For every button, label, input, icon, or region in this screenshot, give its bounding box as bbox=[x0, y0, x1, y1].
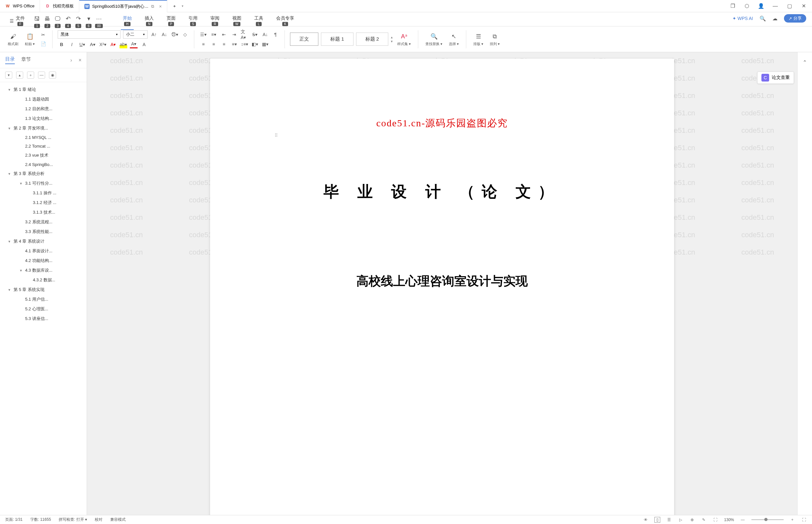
outline-item[interactable]: 1.2 目的和意... bbox=[0, 104, 87, 114]
paste-button[interactable]: 📋 粘贴 ▾ bbox=[23, 32, 37, 46]
bold-button[interactable]: B bbox=[58, 40, 65, 48]
page-view-icon[interactable]: ▯ bbox=[654, 517, 660, 523]
align-justify-button[interactable]: ≡▾ bbox=[230, 40, 238, 48]
style-set-button[interactable]: Aᵃ 样式集 ▾ bbox=[395, 32, 413, 46]
outline-item[interactable]: 5.3 讲座信... bbox=[0, 314, 87, 324]
borders-button[interactable]: ▦▾ bbox=[261, 40, 269, 48]
font-size-select[interactable]: 小二▾ bbox=[123, 30, 148, 39]
view-mode-icon[interactable]: ◉ bbox=[49, 71, 56, 79]
drag-handle-icon[interactable]: ⠿ bbox=[275, 133, 278, 138]
outline-item[interactable]: 3.1.1 操作 ... bbox=[0, 188, 87, 198]
tab-template[interactable]: D 找稻壳模板 bbox=[40, 0, 79, 12]
menu-视图[interactable]: 视图W bbox=[226, 14, 248, 28]
add-icon[interactable]: ＋ bbox=[27, 71, 34, 79]
outline-item[interactable]: 4.1 界面设计... bbox=[0, 246, 87, 256]
quick-access-4[interactable]: ↶4 bbox=[64, 14, 72, 28]
status-spellcheck[interactable]: 拼写检查: 打开 ▾ bbox=[59, 517, 87, 522]
outline-item[interactable]: ▼第 2 章 开发环境... bbox=[0, 124, 87, 133]
format-brush-button[interactable]: 🖌 格式刷 bbox=[6, 32, 20, 46]
draft-view-icon[interactable]: ✎ bbox=[701, 517, 707, 523]
arrange-button[interactable]: ☰ 排版 ▾ bbox=[471, 32, 485, 46]
status-page[interactable]: 页面: 1/31 bbox=[5, 517, 22, 522]
menu-插入[interactable]: 插入N bbox=[138, 14, 160, 28]
zoom-level[interactable]: 130% bbox=[724, 518, 734, 522]
underline-button[interactable]: U▾ bbox=[78, 40, 86, 48]
shading-button[interactable]: ◧▾ bbox=[251, 40, 259, 48]
focus-icon[interactable]: ⛶ bbox=[712, 517, 718, 523]
chevron-down-icon[interactable]: ▾ bbox=[182, 4, 183, 8]
status-compat[interactable]: 兼容模式 bbox=[110, 517, 126, 522]
outline-item[interactable]: 1.3 论文结构... bbox=[0, 114, 87, 124]
avatar[interactable]: 👤 bbox=[758, 3, 764, 9]
outline-item[interactable]: 2.4 SpringBo... bbox=[0, 160, 87, 169]
align-right-button[interactable]: ≡ bbox=[220, 40, 228, 48]
strike-button[interactable]: A̶▾ bbox=[88, 40, 96, 48]
increase-font-icon[interactable]: A↑ bbox=[150, 31, 158, 38]
zoom-out-icon[interactable]: — bbox=[740, 517, 746, 523]
nav-tab-chapter[interactable]: 章节 bbox=[21, 56, 31, 64]
line-spacing-button[interactable]: ↕≡▾ bbox=[241, 40, 248, 48]
play-icon[interactable]: ▷ bbox=[678, 517, 683, 523]
outline-view-icon[interactable]: ☰ bbox=[666, 517, 672, 523]
outline-item[interactable]: 1.1 选题动因 bbox=[0, 95, 87, 104]
outline-item[interactable]: ▼第 3 章 系统分析 bbox=[0, 169, 87, 179]
text-effect-button[interactable]: A▾ bbox=[109, 40, 117, 48]
outline-item[interactable]: ▼第 4 章 系统设计 bbox=[0, 236, 87, 246]
menu-会员专享[interactable]: 会员专享K bbox=[270, 14, 301, 28]
outline-item[interactable]: 4.3.2 数据... bbox=[0, 275, 87, 285]
style-heading1[interactable]: 标题 1 bbox=[321, 33, 353, 46]
outline-item[interactable]: 4.2 功能结构... bbox=[0, 256, 87, 265]
wps-ai-button[interactable]: ✦WPS AI bbox=[732, 16, 753, 21]
outline-item[interactable]: 3.2 系统流程... bbox=[0, 217, 87, 227]
new-tab-button[interactable]: ＋ ▾ bbox=[167, 0, 188, 12]
clear-format-icon[interactable]: ◇ bbox=[181, 31, 189, 38]
window-multi-icon[interactable]: ❐ bbox=[730, 3, 736, 9]
font-name-select[interactable]: 黑体▾ bbox=[58, 30, 120, 39]
text-direction-button[interactable]: 文A▾ bbox=[241, 31, 248, 38]
align-center-button[interactable]: ≡ bbox=[210, 40, 217, 48]
style-heading2[interactable]: 标题 2 bbox=[356, 33, 388, 46]
status-proof[interactable]: 校对 bbox=[95, 517, 102, 522]
quick-access-1[interactable]: 🖫1 bbox=[33, 14, 42, 28]
fullscreen-icon[interactable]: ⛶ bbox=[801, 517, 807, 523]
outline-item[interactable]: 3.1.2 经济 ... bbox=[0, 198, 87, 208]
outline-item[interactable]: ▼4.3 数据库设... bbox=[0, 265, 87, 275]
paper-check-button[interactable]: C 论文查重 bbox=[757, 71, 794, 84]
outline-item[interactable]: 3.1.3 技术... bbox=[0, 208, 87, 217]
chevron-right-icon[interactable]: › bbox=[70, 58, 72, 63]
close-window-icon[interactable]: ✕ bbox=[800, 3, 807, 9]
outline-item[interactable]: 2.3 vue 技术 bbox=[0, 150, 87, 160]
cut-icon[interactable]: ✂ bbox=[39, 31, 47, 39]
bullets-button[interactable]: ☰▾ bbox=[199, 31, 207, 38]
outline-item[interactable]: 2.2 Tomcat ... bbox=[0, 142, 87, 150]
highlight-button[interactable]: ab▾ bbox=[119, 40, 127, 48]
tab-popout-icon[interactable]: ⧉ bbox=[151, 4, 154, 9]
quick-access-3[interactable]: 🖵3 bbox=[53, 14, 62, 28]
menu-页面[interactable]: 页面P bbox=[160, 14, 182, 28]
align-left-button[interactable]: ≡ bbox=[199, 40, 207, 48]
strikethrough2-button[interactable]: S̶▾ bbox=[251, 31, 259, 38]
nav-tab-toc[interactable]: 目录 bbox=[5, 56, 15, 64]
outdent-button[interactable]: ⇤ bbox=[220, 31, 228, 38]
menu-开始[interactable]: 开始H bbox=[116, 14, 138, 28]
zoom-in-icon[interactable]: ＋ bbox=[790, 517, 795, 523]
eye-icon[interactable]: 👁 bbox=[643, 517, 649, 523]
box-icon[interactable]: ⬡ bbox=[744, 3, 750, 9]
close-panel-icon[interactable]: × bbox=[79, 58, 82, 63]
status-words[interactable]: 字数: 11655 bbox=[30, 517, 51, 522]
outline-item[interactable]: ▼第 5 章 系统实现 bbox=[0, 285, 87, 295]
close-icon[interactable]: × bbox=[159, 4, 162, 9]
share-button[interactable]: ↗分享 bbox=[784, 14, 806, 22]
indent-button[interactable]: ⇥ bbox=[230, 31, 238, 38]
phonetic-icon[interactable]: ㉑▾ bbox=[171, 31, 179, 38]
decrease-font-icon[interactable]: A↓ bbox=[161, 31, 168, 38]
numbering-button[interactable]: ≡▾ bbox=[210, 31, 217, 38]
tab-document[interactable]: W SpringBoot510基于java的心… ⧉ × bbox=[79, 0, 167, 12]
quick-access-6[interactable]: ▾6 bbox=[84, 14, 93, 28]
italic-button[interactable]: I bbox=[68, 40, 76, 48]
outline-item[interactable]: 5.2 心理医... bbox=[0, 304, 87, 314]
menu-工具[interactable]: 工具L bbox=[248, 14, 270, 28]
outline-item[interactable]: ▼3.1 可行性分... bbox=[0, 179, 87, 188]
char-shading-button[interactable]: A bbox=[140, 40, 148, 48]
show-marks-button[interactable]: ¶ bbox=[272, 31, 279, 38]
